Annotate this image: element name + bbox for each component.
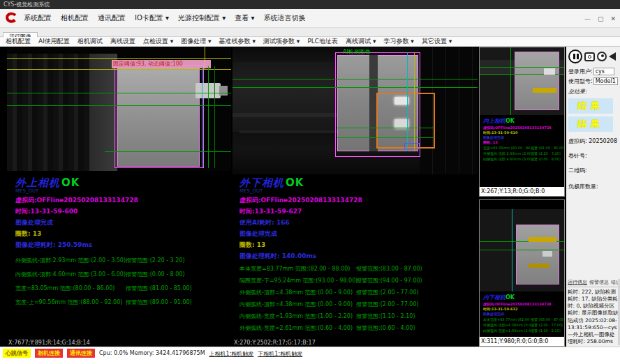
alarm-range: 报警范围:(0.60 - 4.00) xyxy=(356,324,415,332)
toolbar-ai-usage-config[interactable]: AI使用配置 xyxy=(38,37,70,46)
measurement-row: 内侧弧线-宽度=1.93mm (1.00 - 2.20)报警:(1.10 - 2… xyxy=(483,328,564,333)
toolbar-learning-params[interactable]: 学习参数 ▾ xyxy=(384,37,414,46)
connector-tip xyxy=(219,86,228,96)
camera-connection-badge: 相机连接 xyxy=(35,349,63,358)
camera-image-outer-bottom[interactable]: AI检测图像 xyxy=(232,47,478,174)
maximize-button[interactable]: ▢ xyxy=(598,15,604,22)
measurement-row: 内侧弧线-顶部=4.38mm 范围:(0.00 - 9.00)报警范围:(2.0… xyxy=(239,301,478,312)
camera-result-title: 内下相机OK xyxy=(483,294,564,301)
alarm-range: 报警范围:(2.00 - 77.00) xyxy=(356,301,419,308)
menu-item-light-control-config[interactable]: 光源控制配置 ▾ xyxy=(178,13,226,23)
measurement-row: 内侧弧线-顶部:4.60mm (3.00 - 6.00)报警:(0.00 - 8… xyxy=(483,157,564,161)
toolbar-test-item-params[interactable]: 测试项参数 ▾ xyxy=(263,37,300,46)
toolbar-offline-debug[interactable]: 离线调试 ▾ xyxy=(346,37,376,46)
preview-result-block: 内下相机OK 虚拟码:OFFline20250208133134728 时间:1… xyxy=(480,291,564,333)
alarm-range: 报警范围:(0.00 - 8.00) xyxy=(126,271,185,278)
measurement-row: 宽度=83.05mm 范围:(80.00 - 86.00)报警范围:(81.00… xyxy=(15,285,231,298)
model-row: 使用型号: Model1 xyxy=(568,77,618,85)
ok-status: OK xyxy=(61,176,80,189)
log-text: 耗时: 222, 缺陷检测耗时: 17, 缺陷分类耗时: 0, 缺陷视频分区耗时… xyxy=(568,289,619,345)
preview-result-block: 内上相机OK 虚拟码:OFFline20250208133134728 时间:1… xyxy=(480,115,564,161)
guide-line-cyan xyxy=(407,52,408,151)
toolbar-spot-check[interactable]: 点检设置 ▾ xyxy=(143,37,173,46)
processing-done-line: 图像处理完成 xyxy=(483,312,564,316)
speaker-icon-button[interactable] xyxy=(609,52,616,61)
user-icon-button[interactable] xyxy=(597,52,607,61)
close-button[interactable]: ✕ xyxy=(610,15,616,22)
title-bar: CYS-视觉检测系统 xyxy=(0,0,620,9)
menu-item-camera-config[interactable]: 相机配置 xyxy=(61,13,89,23)
side-panel: 登录用户: cys 使用型号: Model1 总结果: 结果 结果 虚拟码: 2… xyxy=(566,47,620,347)
alarm-range: 报警范围:(1.10 - 2.10) xyxy=(356,312,415,320)
camera-icon-button[interactable] xyxy=(584,52,595,61)
camera-result-title: 内上相机OK xyxy=(483,117,564,125)
measurement-row: 隔圈宽度-下=95.24mm 范围:(93.00 - 98.00)报警范围:(9… xyxy=(239,277,478,289)
toolbar-other-settings[interactable]: 其它设置 ▾ xyxy=(422,37,452,46)
measurement-row: 内侧弧线-顶部:4.60mm 范围:(3.00 - 6.00)报警范围:(0.0… xyxy=(15,271,231,285)
measurement-row: 宽度-上=90.56mm 范围:(88.00 - 92.00)报警范围:(89.… xyxy=(15,298,231,312)
guide-line-green xyxy=(232,79,478,79)
toolbar-baseline-params[interactable]: 基准线参数 ▾ xyxy=(219,37,256,46)
toolbar-camera-debug[interactable]: 相机调试 xyxy=(78,37,103,46)
reflective-glint xyxy=(544,68,555,75)
toolbar-offline-settings[interactable]: 离线设置 xyxy=(110,37,135,46)
control-icon-row xyxy=(568,50,618,63)
guide-line-green xyxy=(7,105,231,106)
inspected-part xyxy=(516,225,559,285)
camera-name: 外下相机 xyxy=(239,176,284,189)
camera-name: 内下相机 xyxy=(483,294,505,301)
log-tabs: 运行信息 报警信息 错误信息 xyxy=(568,279,619,287)
preview-image-inner-top[interactable] xyxy=(480,47,564,115)
alarm-range: 报警:(1.10 - 2.10) xyxy=(531,328,561,333)
tab-run-info[interactable]: 运行信息 xyxy=(568,279,587,286)
preview-view-inner-top[interactable]: 内上相机OK 虚拟码:OFFline20250208133134728 时间:1… xyxy=(479,47,565,197)
measurement-value: 外侧弧线-顶部=4.38mm (0.00 - 9.00) xyxy=(483,323,531,327)
toolbar-plc-address-table[interactable]: PLC地址表 xyxy=(307,37,338,46)
toolbar-image-processing[interactable]: 图像处理 ▾ xyxy=(181,37,211,46)
preview-image-inner-bottom[interactable] xyxy=(480,209,564,291)
model-select[interactable]: Model1 xyxy=(593,77,618,85)
menu-item-comm-config[interactable]: 通讯配置 xyxy=(98,13,126,23)
menu-item-io-card-config[interactable]: IO卡配置 ▾ xyxy=(135,13,169,23)
measurement-row: 内侧弧线-宽度=1.93mm 范围:(1.00 - 2.20)报警范围:(1.1… xyxy=(239,312,478,324)
camera-name: 外上相机 xyxy=(15,176,60,189)
menu-item-view[interactable]: 查看 ▾ xyxy=(235,13,254,23)
bottom-camera-trigger-link[interactable]: 下相机1:相机触发 xyxy=(258,349,302,358)
alarm-range: 报警范围:(2.00 - 77.00) xyxy=(356,289,419,296)
result-block-outer-bottom: 外下相机OK MES_OUT 虚拟码:OFFline20250208133134… xyxy=(239,176,478,336)
camera-view-outer-top[interactable]: 固定阈值:93, 动态阈值:100 外上相机OK MES_OUT 虚拟码:OFF… xyxy=(7,47,231,347)
overlay-mark-yellow xyxy=(529,264,549,268)
guide-line-yellow xyxy=(414,52,415,151)
menu-item-system-config[interactable]: 系统配置 xyxy=(24,13,52,23)
measurement-value: 隔圈宽度-下=95.24mm 范围:(93.00 - 98.00) xyxy=(239,277,357,285)
processing-done-line: 图像处理完成 xyxy=(483,135,564,139)
measurement-value: 外侧弧线-宽度=2.61mm 范围:(0.60 - 4.00) xyxy=(239,324,353,332)
window-title: CYS-视觉检测系统 xyxy=(3,1,50,8)
status-bar: 心跳信号 相机连接 通讯连接 Cpu: 0.0% Memory: 3424.41… xyxy=(0,347,620,364)
login-user-value[interactable]: cys xyxy=(593,68,614,75)
loop-count-line: 圈数: 13 xyxy=(483,140,564,144)
virtual-code-line: 虚拟码:OFFline20250208133134728 xyxy=(239,196,478,205)
toolbar-camera-config[interactable]: 相机配置 xyxy=(6,37,31,46)
guide-line-green xyxy=(480,250,564,250)
cpu-memory-readout: Cpu: 0.0% Memory: 3424.41796875M xyxy=(99,349,205,356)
pause-button[interactable] xyxy=(568,50,582,63)
menu-item-language-switch[interactable]: 系统语言切换 xyxy=(263,13,305,23)
alarm-range: 报警:(0.00 - 8.00) xyxy=(531,157,561,161)
virtual-code-line: 虚拟码:OFFline20250208133134728 xyxy=(483,302,564,306)
measurement-value: 内侧弧线-顶部=4.38mm 范围:(0.00 - 9.00) xyxy=(239,301,353,308)
ai-image-label: AI检测图像 xyxy=(343,48,371,56)
guide-line-cyan xyxy=(202,66,202,168)
guide-line-green xyxy=(208,66,209,168)
loop-count-line: 圈数: 13 xyxy=(239,241,478,250)
preview-view-inner-bottom[interactable]: 内下相机OK 虚拟码:OFFline20250208133134728 时间:1… xyxy=(479,199,565,347)
minimize-button[interactable]: — xyxy=(584,15,591,22)
camera-image-outer-top[interactable]: 固定阈值:93, 动态阈值:100 xyxy=(7,47,231,171)
top-camera-trigger-link[interactable]: 上相机1:相机触发 xyxy=(209,349,254,358)
tab-alarm-info[interactable]: 报警信息 xyxy=(589,279,609,286)
heartbeat-status-badge: 心跳信号 xyxy=(3,349,31,358)
camera-view-outer-bottom[interactable]: AI检测图像 外下相机OK MES_OUT 虚拟码:OFFline2025020… xyxy=(232,47,478,347)
time-line: 时间:13-31-59-627 xyxy=(239,207,478,216)
measurement-value: 内侧弧线-顶部:4.60mm (3.00 - 6.00) xyxy=(483,157,531,161)
measurement-row: 宽度=83.05mm (80.00 - 86.00)报警:(81.00 - 85… xyxy=(483,146,564,150)
